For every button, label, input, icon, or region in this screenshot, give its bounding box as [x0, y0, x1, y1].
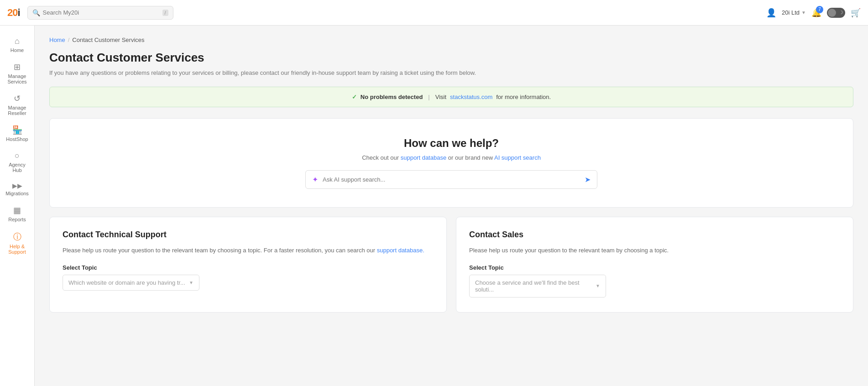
sidebar-item-agency-hub[interactable]: ○ Agency Hub	[2, 147, 33, 177]
sidebar-item-label: Home	[10, 47, 24, 53]
cart-icon[interactable]: 🛒	[851, 8, 861, 18]
page-layout: ⌂ Home ⊞ Manage Services ↺ Manage Resell…	[0, 26, 868, 386]
ai-search-box: ✦ ➤	[305, 170, 597, 189]
home-icon: ⌂	[15, 37, 20, 46]
tech-dropdown-placeholder: Which website or domain are you having t…	[68, 279, 185, 286]
breadcrumb: Home / Contact Customer Services	[49, 37, 853, 43]
moon-icon: ☽	[839, 10, 843, 16]
main-content: Home / Contact Customer Services Contact…	[35, 26, 868, 386]
sales-title: Contact Sales	[469, 230, 840, 240]
hostshop-icon: 🏪	[12, 125, 22, 135]
technical-support-description: Please help us route your question to th…	[63, 246, 434, 255]
sidebar-item-migrations[interactable]: ▶▶ Migrations	[2, 178, 33, 200]
sales-card: Contact Sales Please help us route your …	[456, 217, 853, 313]
sidebar-item-label: Help & Support	[5, 244, 30, 255]
sidebar-item-label: Manage Services	[5, 73, 30, 84]
ai-send-button[interactable]: ➤	[585, 175, 591, 184]
send-icon: ➤	[585, 176, 591, 183]
tech-select-topic-label: Select Topic	[63, 264, 434, 271]
technical-support-title: Contact Technical Support	[63, 230, 434, 240]
stackstatus-link[interactable]: stackstatus.com	[450, 94, 492, 100]
ai-sparkle-icon: ✦	[312, 175, 318, 184]
sidebar-item-hostshop[interactable]: 🏪 HostShop	[2, 121, 33, 146]
status-suffix: for more information.	[496, 94, 551, 100]
contact-cards-row: Contact Technical Support Please help us…	[49, 217, 853, 313]
notification-badge: 7	[816, 6, 823, 13]
user-chevron-icon: ▼	[801, 10, 806, 15]
status-text: No problems detected	[361, 94, 423, 100]
tech-dropdown-arrow-icon: ▼	[189, 280, 193, 285]
page-subtitle: If you have any questions or problems re…	[49, 68, 853, 78]
help-heading: How can we help?	[64, 137, 838, 150]
sidebar-item-home[interactable]: ⌂ Home	[2, 33, 33, 57]
technical-support-card: Contact Technical Support Please help us…	[49, 217, 447, 313]
sidebar-item-reports[interactable]: ▦ Reports	[2, 202, 33, 226]
top-navigation: 20i 🔍 / 👤 20i Ltd ▼ 🔔 7 ☽ 🛒	[0, 0, 868, 26]
help-description: Check out our support database or our br…	[64, 154, 838, 161]
sidebar-item-manage-services[interactable]: ⊞ Manage Services	[2, 58, 33, 88]
slash-badge: /	[162, 10, 168, 16]
ai-search-input[interactable]	[323, 176, 580, 183]
sidebar-item-manage-reseller[interactable]: ↺ Manage Reseller	[2, 90, 33, 120]
notifications-button[interactable]: 🔔 7	[811, 8, 821, 18]
pipe-separator: |	[428, 94, 429, 100]
breadcrumb-current: Contact Customer Services	[72, 37, 144, 43]
user-label-text: 20i Ltd	[782, 9, 800, 16]
sales-dropdown-placeholder: Choose a service and we'll find the best…	[475, 279, 592, 293]
user-menu[interactable]: 20i Ltd ▼	[782, 9, 806, 16]
breadcrumb-home-link[interactable]: Home	[49, 37, 65, 43]
search-bar[interactable]: 🔍 /	[27, 6, 173, 20]
support-db-link-2[interactable]: support database.	[377, 247, 424, 254]
manage-reseller-icon: ↺	[14, 94, 21, 104]
sidebar-item-label: HostShop	[6, 136, 28, 142]
sales-dropdown-arrow-icon: ▼	[596, 283, 600, 288]
ai-support-link[interactable]: AI support search	[494, 154, 541, 161]
support-db-link[interactable]: support database	[401, 154, 446, 161]
help-support-icon: ⓘ	[13, 231, 21, 242]
visit-text: Visit	[435, 94, 446, 100]
check-icon: ✓	[352, 94, 357, 100]
sidebar: ⌂ Home ⊞ Manage Services ↺ Manage Resell…	[0, 26, 35, 386]
sidebar-item-help-support[interactable]: ⓘ Help & Support	[2, 228, 33, 258]
sales-select-topic-label: Select Topic	[469, 264, 840, 271]
migrations-icon: ▶▶	[12, 182, 22, 189]
app-logo[interactable]: 20i	[7, 7, 20, 19]
sidebar-item-label: Migrations	[5, 191, 29, 196]
help-card: How can we help? Check out our support d…	[49, 118, 853, 208]
sidebar-item-label: Agency Hub	[5, 162, 30, 173]
search-icon: 🔍	[32, 9, 40, 16]
reports-icon: ▦	[13, 205, 21, 215]
sales-topic-dropdown[interactable]: Choose a service and we'll find the best…	[469, 275, 606, 297]
search-input[interactable]	[43, 9, 160, 16]
tech-topic-dropdown[interactable]: Which website or domain are you having t…	[63, 275, 199, 291]
sidebar-item-label: Reports	[8, 217, 26, 222]
agency-hub-icon: ○	[15, 151, 20, 161]
logo-rest: i	[17, 7, 20, 18]
sidebar-item-label: Manage Reseller	[5, 105, 30, 116]
logo-accent: 20	[7, 7, 17, 18]
person-icon[interactable]: 👤	[766, 8, 776, 18]
status-banner: ✓ No problems detected | Visit stackstat…	[49, 87, 853, 107]
theme-toggle-circle	[828, 9, 836, 17]
breadcrumb-separator: /	[68, 37, 70, 43]
manage-services-icon: ⊞	[14, 62, 21, 72]
nav-right: 👤 20i Ltd ▼ 🔔 7 ☽ 🛒	[766, 8, 861, 18]
sales-description: Please help us route your question to th…	[469, 246, 840, 255]
theme-toggle[interactable]: ☽	[827, 8, 845, 18]
page-title: Contact Customer Services	[49, 51, 853, 65]
